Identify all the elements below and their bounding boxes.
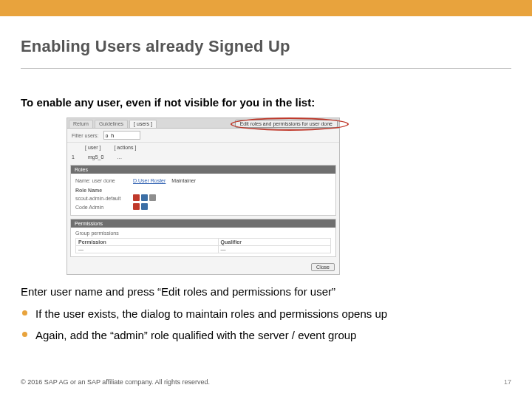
bullet-text: If the user exists, the dialog to mainta… (35, 307, 387, 320)
accent-bar (0, 0, 532, 16)
ss-th: Qualifier (218, 239, 330, 246)
list-item: If the user exists, the dialog to mainta… (22, 305, 511, 322)
ss-list-row: 1 mg5_0 … (67, 152, 339, 162)
ss-edit-roles-button[interactable]: Edit roles and permissions for user done (235, 120, 338, 128)
copyright: © 2016 SAP AG or an SAP affiliate compan… (21, 378, 210, 386)
ss-cell: mg5_0 (88, 154, 103, 160)
page-number: 17 (504, 378, 511, 386)
ss-filter-label: Filter users: (72, 133, 99, 138)
ss-perm-panel: Permissions Group permissions Permission… (70, 219, 336, 257)
bullet-text: Again, add the “admin” role qualified wi… (35, 329, 356, 341)
user-icon[interactable] (141, 203, 148, 210)
table-row: —— (76, 246, 331, 253)
delete-icon[interactable] (133, 194, 140, 201)
ss-cell: … (117, 154, 122, 160)
ss-list-head: [ user ] [ actions ] (67, 143, 339, 152)
ss-filter-row: Filter users: (67, 129, 339, 142)
ss-cell: 1 (72, 154, 75, 160)
lead-text: To enable any user, even if not visible … (21, 96, 511, 109)
ss-tab-active[interactable]: [ users ] (129, 120, 157, 128)
ss-filter-input[interactable] (103, 131, 140, 140)
ss-tab[interactable]: Guidelines (95, 120, 128, 128)
ss-roles-title: Roles (71, 166, 335, 174)
ss-maintainer: Maintainer (171, 178, 196, 183)
ss-highlighted-button-wrap: Edit roles and permissions for user done (235, 120, 338, 128)
ss-tab[interactable]: Return (69, 120, 93, 128)
ss-td: — (76, 246, 219, 253)
bullet-list: If the user exists, the dialog to mainta… (22, 305, 511, 344)
slide: Enabling Users already Signed Up To enab… (0, 0, 532, 399)
ss-user-link[interactable]: D.User Roster (133, 178, 166, 183)
page-title: Enabling Users already Signed Up (21, 37, 290, 56)
bullet-icon (22, 310, 27, 316)
ss-perm-table: PermissionQualifier —— (75, 238, 331, 253)
ss-close-button[interactable]: Close (311, 263, 335, 271)
ss-td: — (218, 246, 330, 253)
ss-col: [ user ] (85, 145, 100, 150)
ss-role-actions[interactable] (133, 203, 149, 211)
user-icon[interactable] (141, 194, 148, 201)
body: To enable any user, even if not visible … (21, 96, 511, 349)
ss-role-actions[interactable] (133, 194, 157, 202)
screenshot: Return Guidelines [ users ] Edit roles a… (66, 117, 511, 275)
delete-icon[interactable] (133, 203, 140, 210)
ss-col: [ actions ] (114, 145, 136, 150)
ss-role-row: scout-admin-default (75, 196, 127, 201)
bullet-icon (22, 332, 27, 337)
ss-th: Permission (76, 239, 219, 246)
footer: © 2016 SAP AG or an SAP affiliate compan… (21, 378, 511, 386)
edit-icon[interactable] (149, 194, 156, 201)
ss-role-row: Code Admin (75, 205, 127, 210)
ss-tabs: Return Guidelines [ users ] Edit roles a… (67, 118, 339, 129)
ss-perm-sub: Group permissions (75, 231, 331, 236)
list-item: Again, add the “admin” role qualified wi… (22, 327, 511, 344)
divider (21, 68, 511, 69)
ss-perm-title: Permissions (71, 219, 335, 228)
ss-window: Return Guidelines [ users ] Edit roles a… (66, 117, 340, 275)
copyright-text: © 2016 SAP AG or an SAP affiliate compan… (21, 378, 210, 386)
ss-rolename-head: Role Name (75, 188, 127, 193)
ss-roles-panel: Roles Name: user done D.User Roster Main… (70, 165, 336, 216)
ss-name-label: Name: user done (75, 178, 127, 183)
after-shot-text: Enter user name and press “Edit roles an… (21, 285, 511, 298)
